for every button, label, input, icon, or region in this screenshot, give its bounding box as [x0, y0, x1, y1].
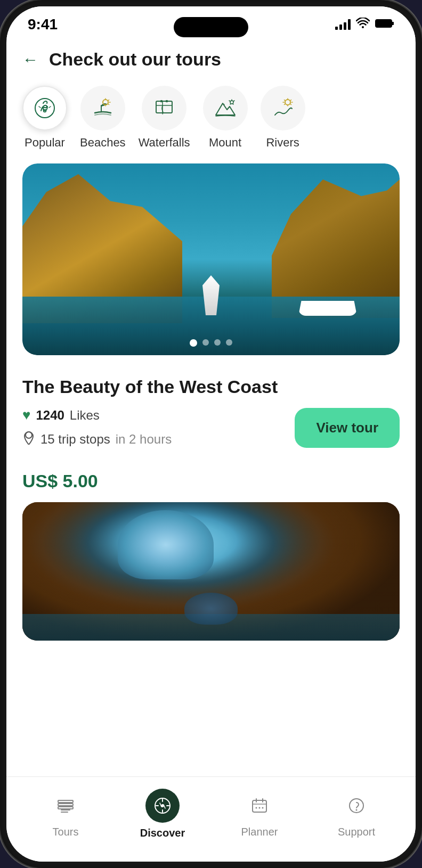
battery-icon — [375, 18, 394, 31]
phone-screen: 9:41 — [6, 6, 416, 862]
status-time: 9:41 — [28, 16, 58, 33]
popular-icon — [33, 96, 57, 120]
tour-meta: ♥ 1240 Likes 15 trip stops in 2 hours — [22, 407, 400, 448]
svg-point-32 — [262, 807, 264, 809]
nav-item-tours[interactable]: Tours — [17, 790, 114, 838]
popular-label: Popular — [25, 136, 65, 150]
status-icons — [335, 18, 394, 31]
planner-icon-wrapper — [244, 790, 275, 822]
rivers-icon-wrapper — [261, 86, 305, 130]
support-icon-wrapper — [340, 790, 372, 822]
svg-rect-2 — [392, 22, 394, 25]
dot-1 — [190, 339, 197, 347]
mount-icon-wrapper — [203, 86, 248, 130]
category-item-rivers[interactable]: Rivers — [261, 86, 305, 150]
bottom-navigation: Tours Discover — [6, 776, 416, 862]
heart-icon: ♥ — [22, 407, 30, 423]
svg-point-34 — [356, 809, 358, 811]
likes-label: Likes — [70, 408, 100, 423]
support-label: Support — [338, 826, 375, 838]
location-icon — [22, 430, 35, 448]
wifi-icon — [356, 18, 370, 31]
tours-label: Tours — [53, 826, 79, 838]
rivers-label: Rivers — [266, 136, 299, 150]
svg-rect-15 — [58, 804, 73, 806]
category-item-mount[interactable]: Mount — [203, 86, 248, 150]
nav-item-planner[interactable]: Planner — [211, 790, 308, 838]
svg-rect-11 — [166, 100, 168, 102]
svg-rect-16 — [58, 800, 73, 803]
category-item-waterfalls[interactable]: Waterfalls — [139, 86, 190, 150]
beaches-icon — [91, 96, 115, 120]
svg-rect-17 — [58, 807, 73, 809]
category-item-popular[interactable]: Popular — [22, 86, 67, 150]
support-icon — [347, 796, 366, 815]
mount-icon — [213, 96, 238, 120]
dynamic-island — [174, 17, 248, 37]
popular-icon-wrapper — [22, 86, 67, 130]
view-tour-button[interactable]: View tour — [295, 408, 400, 448]
signal-icon — [335, 19, 351, 30]
likes-count: 1240 — [36, 408, 64, 423]
svg-point-0 — [362, 26, 364, 28]
svg-point-31 — [259, 807, 261, 809]
tour-card-1 — [22, 163, 400, 355]
waterfalls-icon — [152, 96, 176, 120]
trip-stops: 15 trip stops — [40, 432, 110, 447]
tour-card-2-image — [22, 502, 400, 641]
tour-card-1-info: The Beauty of the West Coast ♥ 1240 Like… — [6, 366, 416, 466]
category-item-beaches[interactable]: Beaches — [80, 86, 126, 150]
tours-icon-wrapper — [50, 790, 82, 822]
mount-label: Mount — [209, 136, 241, 150]
dot-4 — [226, 339, 232, 346]
phone-frame: 9:41 — [0, 0, 422, 868]
likes-row: ♥ 1240 Likes — [22, 407, 172, 423]
tours-icon — [56, 796, 75, 815]
duration: in 2 hours — [116, 432, 172, 447]
svg-point-13 — [285, 100, 290, 105]
planner-icon — [250, 796, 269, 815]
tour-title: The Beauty of the West Coast — [22, 376, 400, 397]
tour-price: US$ 5.00 — [6, 466, 416, 502]
trip-stops-row: 15 trip stops in 2 hours — [22, 430, 172, 448]
svg-rect-10 — [160, 100, 163, 102]
waterfalls-label: Waterfalls — [139, 136, 190, 150]
svg-rect-26 — [253, 800, 266, 812]
nav-item-discover[interactable]: Discover — [114, 789, 211, 839]
tour-card-1-image — [22, 163, 400, 355]
category-filter-list: Popular Beaches — [6, 75, 416, 158]
tour-stats: ♥ 1240 Likes 15 trip stops in 2 hours — [22, 407, 172, 448]
page-header: ← Check out our tours — [6, 38, 416, 75]
back-button[interactable]: ← — [22, 51, 38, 69]
page-title: Check out our tours — [49, 49, 221, 70]
beaches-label: Beaches — [80, 136, 126, 150]
svg-point-30 — [256, 807, 257, 809]
waterfalls-icon-wrapper — [142, 86, 186, 130]
svg-rect-7 — [156, 101, 172, 113]
discover-icon — [153, 796, 172, 815]
nav-item-support[interactable]: Support — [308, 790, 405, 838]
rivers-icon — [271, 96, 295, 120]
discover-icon-wrapper — [145, 789, 180, 823]
discover-label: Discover — [140, 827, 185, 839]
tour-card-2 — [22, 502, 400, 641]
dot-2 — [202, 339, 209, 346]
carousel-dots — [190, 339, 232, 347]
planner-label: Planner — [241, 826, 278, 838]
beaches-icon-wrapper — [80, 86, 125, 130]
dot-3 — [214, 339, 221, 346]
svg-rect-1 — [376, 20, 392, 27]
